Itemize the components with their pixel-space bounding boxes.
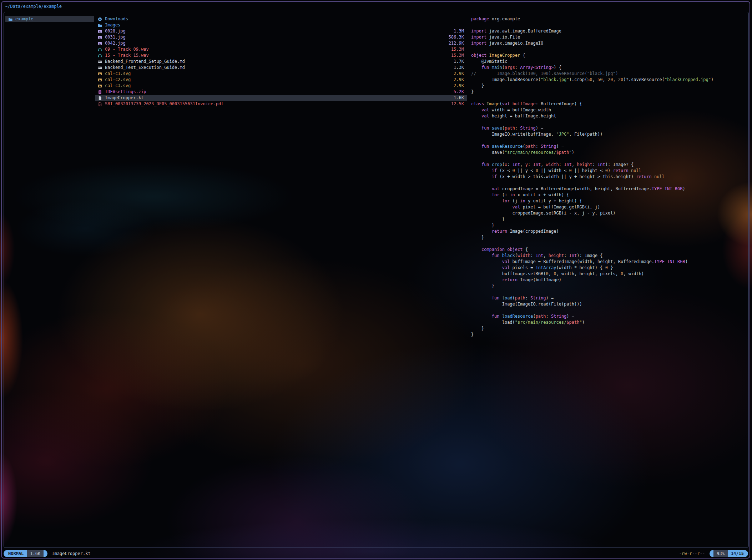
archive-icon: [98, 90, 102, 94]
file-name: example: [15, 16, 91, 22]
code-line: Image.loadResource("black.jpg").crop(50,…: [471, 77, 747, 83]
file-size: 1.7K: [454, 59, 464, 65]
code-line: [471, 119, 747, 125]
parent-dir-item[interactable]: example: [5, 16, 94, 22]
code-line: fun loadResource(path: String) =: [471, 313, 747, 319]
markdown-icon: [98, 60, 102, 64]
file-name: ImageCropper.kt: [105, 95, 451, 101]
file-name: cal-c3.svg: [105, 83, 451, 89]
code-line: fun main(args: Array<String>) {: [471, 65, 747, 71]
file-size: 1.6K: [454, 95, 464, 101]
file-row[interactable]: 0028.jpg1.3M: [95, 28, 467, 34]
file-size: 2.9K: [454, 83, 464, 89]
preview-pane[interactable]: package org.example import java.awt.imag…: [467, 12, 748, 548]
file-row[interactable]: IDEAsettings.zip5.2K: [95, 89, 467, 95]
code-line: companion object {: [471, 247, 747, 253]
code-preview: package org.example import java.awt.imag…: [471, 16, 747, 338]
file-row[interactable]: Downloads: [95, 16, 467, 22]
cursor-position: 14/15: [728, 550, 748, 557]
code-line: [471, 95, 747, 101]
code-line: @JvmStatic: [471, 59, 747, 65]
code-line: import java.io.File: [471, 34, 747, 40]
file-size: 2.9K: [454, 71, 464, 77]
code-line: }: [471, 83, 747, 89]
code-line: }: [471, 234, 747, 241]
code-line: [471, 46, 747, 52]
code-line: return Image(croppedImage): [471, 228, 747, 234]
code-line: // Image.black(100, 100).saveResource("b…: [471, 71, 747, 77]
file-name: 0042.jpg: [105, 40, 446, 46]
code-line: [471, 156, 747, 162]
status-bar: NORMAL 1.6K ImageCropper.kt -rw-r--r-- 9…: [4, 550, 748, 558]
file-row[interactable]: cal-c3.svg2.9K: [95, 83, 467, 89]
code-line: val buffImage = BufferedImage(width, hei…: [471, 259, 747, 265]
file-name: Downloads: [105, 16, 464, 22]
code-line: val height = buffImage.height: [471, 113, 747, 119]
code-line: fun load(path: String) =: [471, 295, 747, 301]
file-row[interactable]: 0031.jpg586.3K: [95, 34, 467, 40]
code-line: }: [471, 216, 747, 222]
folder-icon: [8, 17, 12, 21]
file-size: 2.9K: [454, 77, 464, 83]
code-line: for (j in y until y + height) {: [471, 198, 747, 204]
code-line: }: [471, 222, 747, 228]
code-line: for (i in x until x + width) {: [471, 192, 747, 198]
file-row[interactable]: Images: [95, 22, 467, 28]
code-line: ImageIO.write(buffImage, "JPG", File(pat…: [471, 131, 747, 137]
file-size: 1.3M: [454, 28, 464, 34]
code-line: [471, 137, 747, 143]
file-name: 0028.jpg: [105, 28, 451, 34]
code-line: }: [471, 283, 747, 289]
code-line: [471, 289, 747, 295]
code-line: [471, 307, 747, 313]
file-row[interactable]: SBI_0032013739_2023_DE05_0003155631Invoi…: [95, 101, 467, 107]
file-row[interactable]: cal-c2.svg2.9K: [95, 77, 467, 83]
code-line: }: [471, 89, 747, 95]
file-name: 09 - Track 09.wav: [105, 46, 448, 52]
code-line: val pixels = IntArray(width * height) { …: [471, 265, 747, 271]
file-list-pane[interactable]: DownloadsImages0028.jpg1.3M0031.jpg586.3…: [95, 12, 467, 548]
markdown-icon: [98, 66, 102, 70]
folder-icon: [98, 23, 102, 27]
file-name: SBI_0032013739_2023_DE05_0003155631Invoi…: [105, 101, 448, 107]
code-line: [471, 180, 747, 186]
file-row[interactable]: Backend_Frontend_Setup_Guide.md1.7K: [95, 59, 467, 65]
code-line: val croppedImage = BufferedImage(width, …: [471, 186, 747, 192]
file-size: 1.3K: [454, 65, 464, 71]
status-left: NORMAL 1.6K ImageCropper.kt: [4, 550, 91, 557]
code-line: val pixel = buffImage.getRGB(i, j): [471, 204, 747, 210]
yazi-file-manager: { "window": { "title": "~/Data/example/e…: [0, 0, 752, 560]
code-line: save("src/main/resources/$path"): [471, 150, 747, 156]
file-name: 0031.jpg: [105, 34, 446, 40]
image-icon: [98, 29, 102, 34]
file-row[interactable]: Backend_Test_Execution_Guide.md1.3K: [95, 65, 467, 71]
file-size: 5.2K: [454, 89, 464, 95]
mode-badge: NORMAL: [4, 550, 27, 557]
file-row[interactable]: 09 - Track 09.wav15.3M: [95, 46, 467, 52]
status-right: -rw-r--r-- 93% 14/15: [679, 550, 748, 557]
file-size: 586.3K: [449, 34, 464, 40]
code-line: fun black(width: Int, height: Int): Imag…: [471, 253, 747, 259]
image-icon: [98, 72, 102, 76]
code-line: package org.example: [471, 16, 747, 22]
parent-directory-pane[interactable]: example: [4, 12, 95, 548]
file-name: 15 - Track 15.wav: [105, 52, 448, 59]
pdf-icon: [98, 102, 102, 106]
code-line: val width = buffImage.width: [471, 107, 747, 113]
selected-file-size: 1.6K: [27, 550, 44, 557]
file-name: IDEAsettings.zip: [105, 89, 451, 95]
file-size: 15.3M: [451, 52, 464, 59]
file-name: cal-c2.svg: [105, 77, 451, 83]
file-row[interactable]: cal-c1.svg2.9K: [95, 71, 467, 77]
file-row[interactable]: 0042.jpg212.9K: [95, 40, 467, 46]
code-line: load("src/main/resources/$path"): [471, 319, 747, 326]
file-size: 15.3M: [451, 46, 464, 52]
code-line: if (x + width > this.width || y + height…: [471, 174, 747, 180]
file-row[interactable]: ImageCropper.kt1.6K: [95, 95, 467, 101]
image-icon: [98, 41, 102, 46]
powerline-cap-icon: [44, 550, 47, 557]
file-row[interactable]: 15 - Track 15.wav15.3M: [95, 52, 467, 59]
file-icon: [98, 96, 102, 100]
file-name: Images: [105, 22, 464, 28]
image-icon: [98, 78, 102, 82]
